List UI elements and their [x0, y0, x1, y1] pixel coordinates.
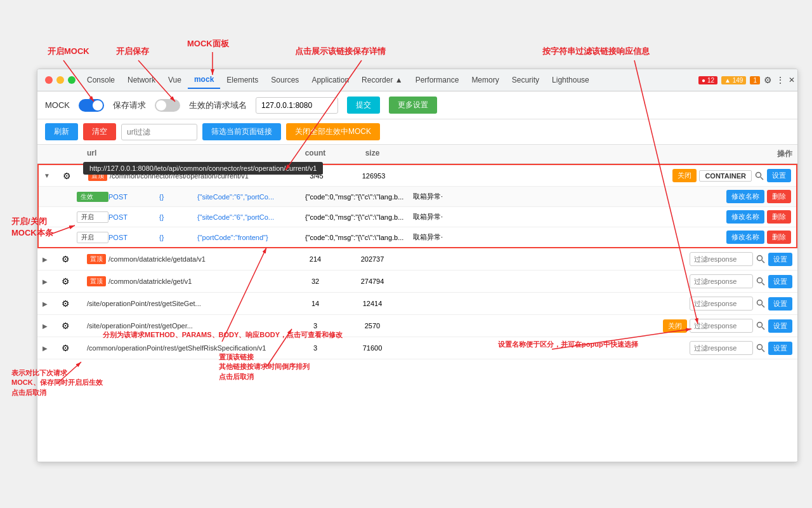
- sub2-delete-btn[interactable]: 删除: [767, 210, 791, 224]
- svg-point-8: [757, 323, 763, 328]
- row4-url[interactable]: /site/operationPoint/rest/getSiteGet...: [87, 300, 201, 307]
- row2-url[interactable]: /common/datatrickle/getdata/v1: [108, 255, 206, 263]
- sub1-delete-btn[interactable]: 删除: [767, 190, 791, 203]
- main-row-2: ▶ ⚙ 置顶 /common/datatrickle/getdata/v1 21…: [37, 248, 797, 271]
- domain-input[interactable]: [256, 97, 338, 114]
- sub1-tag[interactable]: 生效: [77, 192, 108, 202]
- sub2-params[interactable]: {}: [159, 213, 197, 221]
- row3-search-icon[interactable]: [756, 276, 766, 286]
- sub1-method[interactable]: POST: [108, 193, 159, 201]
- sub2-tag[interactable]: 开启: [77, 211, 108, 223]
- row3-url[interactable]: /common/datatrickle/get/v1: [108, 277, 192, 285]
- sub1-rename-btn[interactable]: 修改名称: [726, 190, 764, 203]
- sub2-rename-btn[interactable]: 修改名称: [726, 210, 764, 224]
- row4-search-icon[interactable]: [756, 298, 766, 309]
- row3-gear-icon[interactable]: ⚙: [62, 276, 87, 286]
- close-all-mock-button[interactable]: 关闭全部生效中MOCK: [286, 123, 380, 140]
- sub1-body[interactable]: {"siteCode":"6","portCo...: [197, 193, 305, 201]
- table-area: url count size 操作 ▼ ⚙ 置顶 /common/connect…: [37, 145, 797, 462]
- row3-count: 32: [290, 277, 341, 285]
- win-max-btn[interactable]: [68, 76, 75, 84]
- expand-arrow-6[interactable]: ▶: [43, 345, 62, 352]
- more-icon[interactable]: ⋮: [776, 75, 785, 85]
- sub2-method[interactable]: POST: [108, 213, 159, 221]
- annotation-mock-panel: MOCK面板: [187, 38, 229, 50]
- sub1-params[interactable]: {}: [159, 193, 197, 201]
- tag-top-3[interactable]: 置顶: [87, 276, 106, 286]
- sub3-method[interactable]: POST: [108, 234, 159, 241]
- filter-page-button[interactable]: 筛选当前页面链接: [202, 123, 281, 140]
- expand-arrow-3[interactable]: ▶: [43, 278, 62, 285]
- row6-set-btn[interactable]: 设置: [768, 342, 792, 355]
- expand-arrow-4[interactable]: ▶: [43, 300, 62, 307]
- submit-button[interactable]: 提交: [347, 97, 380, 114]
- tab-network[interactable]: Network: [121, 72, 162, 88]
- row5-set-btn[interactable]: 设置: [768, 319, 792, 333]
- row5-gear-icon[interactable]: ⚙: [62, 321, 87, 331]
- win-close-btn[interactable]: [45, 76, 53, 84]
- row2-set-btn[interactable]: 设置: [768, 253, 792, 266]
- tab-performance[interactable]: Performance: [409, 72, 466, 88]
- row5-close-btn[interactable]: 关闭: [663, 319, 687, 333]
- row5-url[interactable]: /site/operationPoint/rest/getOper...: [87, 322, 193, 330]
- tab-console[interactable]: Console: [81, 72, 121, 88]
- sub3-body[interactable]: {"portCode":"frontend"}: [197, 234, 305, 241]
- tab-recorder[interactable]: Recorder ▲: [355, 72, 409, 88]
- expand-arrow-5[interactable]: ▶: [43, 323, 62, 330]
- close-icon[interactable]: ✕: [789, 76, 795, 84]
- sub2-response[interactable]: {"code":0,"msg":"{\"c\":\"lang.b...: [305, 213, 413, 221]
- row3-set-btn[interactable]: 设置: [768, 275, 792, 288]
- row3-filter-input[interactable]: [690, 274, 753, 288]
- row6-gear-icon[interactable]: ⚙: [62, 343, 87, 353]
- badge-errors: ● 12: [698, 76, 717, 84]
- sub3-params[interactable]: {}: [159, 234, 197, 241]
- tab-vue[interactable]: Vue: [162, 72, 188, 88]
- mock-toggle[interactable]: [79, 99, 104, 112]
- tab-elements[interactable]: Elements: [220, 72, 265, 88]
- tab-memory[interactable]: Memory: [465, 72, 505, 88]
- expand-arrow-2[interactable]: ▶: [43, 256, 62, 263]
- sub3-response[interactable]: {"code":0,"msg":"{\"c\":\"lang.b...: [305, 234, 413, 241]
- refresh-button[interactable]: 刷新: [45, 123, 78, 140]
- row6-url[interactable]: /common/operationPoint/rest/getShelfRisk…: [87, 344, 266, 352]
- clear-button[interactable]: 清空: [83, 123, 116, 140]
- sub2-body[interactable]: {"siteCode":"6","portCo...: [197, 213, 305, 221]
- save-toggle[interactable]: [155, 99, 180, 112]
- row6-actions: 设置: [404, 341, 792, 355]
- row4-gear-icon[interactable]: ⚙: [62, 298, 87, 309]
- gear-icon[interactable]: ⚙: [764, 75, 772, 85]
- row5-search-icon[interactable]: [756, 321, 766, 331]
- row2-gear-icon[interactable]: ⚙: [62, 254, 87, 264]
- url-filter-input[interactable]: [121, 124, 197, 140]
- tab-security[interactable]: Security: [506, 72, 546, 88]
- tab-lighthouse[interactable]: Lighthouse: [546, 72, 596, 88]
- svg-line-3: [762, 260, 764, 263]
- expand-arrow-1[interactable]: ▼: [44, 172, 63, 179]
- sub3-delete-btn[interactable]: 删除: [767, 231, 791, 244]
- more-settings-button[interactable]: 更多设置: [389, 97, 437, 114]
- row4-set-btn[interactable]: 设置: [768, 297, 792, 311]
- svg-line-9: [762, 327, 764, 330]
- row4-filter-input[interactable]: [690, 297, 753, 311]
- svg-point-4: [757, 278, 763, 283]
- row6-filter-input[interactable]: [690, 341, 753, 355]
- sub1-response[interactable]: {"code":0,"msg":"{\"c\":\"lang.b...: [305, 193, 413, 201]
- row5-filter-input[interactable]: [690, 319, 753, 333]
- tag-top-2[interactable]: 置顶: [87, 254, 106, 264]
- row2-filter-input[interactable]: [690, 252, 753, 266]
- win-min-btn[interactable]: [56, 76, 64, 84]
- tab-mock[interactable]: mock: [188, 71, 220, 89]
- row6-search-icon[interactable]: [756, 343, 766, 353]
- url-tooltip: http://127.0.0.1:8080/leto/api/common/co…: [83, 162, 323, 175]
- row1-search-icon[interactable]: [754, 171, 764, 181]
- tab-sources[interactable]: Sources: [265, 72, 305, 88]
- action-toolbar: 刷新 清空 筛选当前页面链接 关闭全部生效中MOCK: [37, 119, 797, 145]
- row1-set-btn[interactable]: 设置: [767, 169, 791, 182]
- tab-application[interactable]: Application: [305, 72, 355, 88]
- sub3-rename-btn[interactable]: 修改名称: [726, 231, 764, 244]
- row1-close-btn[interactable]: 关闭: [672, 169, 697, 182]
- sub3-tag[interactable]: 开启: [77, 232, 108, 243]
- row2-search-icon[interactable]: [756, 254, 766, 264]
- mock-label: MOCK: [45, 100, 70, 110]
- row4-url-cell: /site/operationPoint/rest/getSiteGet...: [87, 300, 290, 307]
